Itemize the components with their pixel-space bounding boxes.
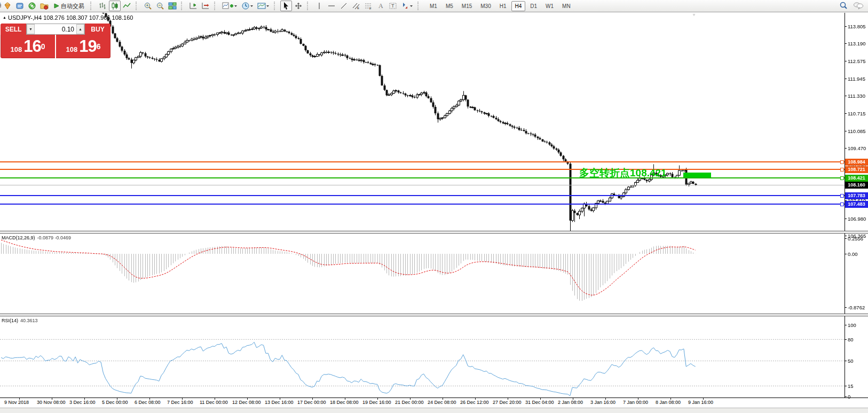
channel-icon[interactable]: E — [350, 1, 362, 11]
time-tick-label: 8 Jan 08:00 — [656, 400, 681, 405]
horizontal-line-icon[interactable] — [326, 1, 337, 11]
hline-end-marker — [840, 168, 844, 172]
fibonacci-icon[interactable]: F — [362, 1, 374, 11]
time-tick-label: 19 Dec 16:00 — [362, 400, 391, 405]
macd-pane-canvas[interactable] — [0, 233, 845, 314]
bars-chart-icon[interactable] — [97, 1, 108, 11]
trend-line-icon[interactable] — [338, 1, 350, 11]
time-tick-label: 7 Dec 16:00 — [167, 400, 193, 405]
volume-input[interactable]: 0.10 — [35, 24, 76, 34]
tf-button-h1[interactable]: H1 — [496, 1, 510, 11]
main-chart-canvas[interactable] — [0, 13, 845, 231]
price-tick — [845, 43, 847, 44]
zoom-out-icon[interactable] — [154, 1, 166, 11]
price-hline[interactable] — [0, 177, 845, 178]
price-tick-label: 113.805 — [848, 24, 866, 29]
price-tick — [845, 236, 847, 236]
price-hline[interactable] — [0, 195, 845, 196]
editor-icon[interactable] — [14, 1, 26, 11]
pane-splitter-macd[interactable] — [0, 231, 868, 233]
price-line-badge: 107.483 — [845, 201, 868, 208]
cursor-icon[interactable] — [280, 1, 292, 11]
rsi-axis-label: 15 — [848, 383, 854, 389]
signals-icon[interactable] — [26, 1, 38, 11]
price-tick-label: 111.330 — [848, 93, 865, 99]
hline-end-marker — [840, 160, 844, 164]
price-hline[interactable] — [0, 204, 845, 205]
macd-tick — [845, 254, 847, 254]
sell-button[interactable]: SELL — [1, 24, 26, 35]
volume-stepper: ▼ 0.10 ▲ — [26, 24, 85, 35]
arrows-icon[interactable] — [399, 1, 415, 11]
tf-button-w1[interactable]: W1 — [542, 1, 557, 11]
hline-end-marker — [840, 202, 844, 206]
chart-shift-icon[interactable] — [187, 1, 199, 11]
auto-scroll-icon[interactable] — [200, 1, 211, 11]
macd-values: -0.0879 -0.0469 — [37, 235, 72, 240]
rsi-axis-label: 100 — [848, 322, 856, 328]
price-line-badge: 107.783 — [845, 192, 868, 199]
autotrade-button[interactable]: 自动交易 — [51, 1, 88, 11]
tf-button-d1[interactable]: D1 — [526, 1, 541, 11]
tf-button-m30[interactable]: M30 — [477, 1, 494, 11]
search-icon[interactable] — [839, 1, 848, 10]
chat-icon[interactable] — [853, 1, 864, 10]
text-label-icon[interactable]: T — [387, 1, 399, 11]
macd-axis-label: 0.2556 — [848, 236, 863, 241]
price-tick — [845, 26, 847, 27]
time-tick-label: 11 Dec 00:00 — [200, 400, 228, 405]
vertical-line-icon[interactable] — [313, 1, 325, 11]
market-icon[interactable] — [38, 1, 50, 11]
line-chart-icon[interactable] — [121, 1, 133, 11]
buy-button[interactable]: BUY — [85, 24, 111, 35]
tile-windows-icon[interactable] — [167, 1, 178, 11]
pane-splitter-rsi[interactable] — [0, 314, 868, 316]
price-line-badge: 108.421 — [845, 175, 868, 182]
tf-button-m5[interactable]: M5 — [442, 1, 457, 11]
svg-text:A: A — [378, 2, 383, 10]
volume-increase-button[interactable]: ▲ — [76, 24, 84, 34]
templates-icon[interactable] — [256, 1, 271, 11]
candles-chart-icon[interactable] — [109, 1, 121, 11]
time-tick-label: 17 Dec 00:00 — [297, 400, 326, 405]
crosshair-icon[interactable] — [293, 1, 304, 11]
chevron-down-icon — [234, 2, 238, 10]
periods-icon[interactable] — [240, 1, 255, 11]
time-tick-label: 9 Nov 2018 — [4, 400, 29, 405]
rsi-tick — [845, 386, 847, 386]
price-tick — [845, 96, 847, 96]
price-tick-label: 111.945 — [848, 76, 865, 82]
price-tick-label: 112.575 — [848, 58, 866, 64]
toolbar-grip — [90, 2, 94, 10]
zoom-in-icon[interactable] — [142, 1, 154, 11]
macd-tick — [845, 238, 847, 239]
price-line-badge: 108.721 — [845, 166, 868, 173]
tf-button-mn[interactable]: MN — [558, 1, 574, 11]
right-shift-marker: ▿ — [693, 12, 695, 17]
tf-button-h4[interactable]: H4 — [511, 1, 526, 11]
current-price-line — [0, 185, 845, 185]
gem-icon[interactable] — [2, 1, 13, 11]
price-hline[interactable] — [0, 161, 845, 162]
rsi-axis-label: 0 — [848, 394, 850, 400]
annotation-bar[interactable] — [683, 173, 711, 177]
new-order-button[interactable]: 单 — [0, 2, 1, 11]
volume-decrease-button[interactable]: ▼ — [27, 24, 35, 34]
chevron-down-icon — [409, 2, 413, 10]
tf-button-m15[interactable]: M15 — [458, 1, 476, 11]
rsi-tick — [845, 325, 847, 325]
buy-price[interactable]: 108196 — [56, 35, 111, 58]
time-tick-label: 30 Nov 08:00 — [37, 400, 66, 405]
sell-price[interactable]: 108160 — [1, 35, 56, 58]
turning-point-annotation[interactable]: 多空转折点108.421 — [579, 166, 667, 180]
rsi-pane-canvas[interactable] — [0, 316, 845, 397]
time-tick-label: 31 Dec 04:00 — [525, 400, 554, 405]
macd-label: MACD(12,26,9)-0.0879 -0.0469 — [2, 235, 71, 240]
text-icon[interactable]: A — [375, 1, 386, 11]
price-hline[interactable] — [0, 169, 845, 170]
one-click-trading-panel: SELL ▼ 0.10 ▲ BUY 108160 108196 — [1, 24, 111, 58]
rsi-axis-label: 50 — [848, 358, 854, 364]
tf-button-m1[interactable]: M1 — [426, 1, 441, 11]
time-tick-label: 3 Dec 16:00 — [69, 400, 96, 405]
indicators-icon[interactable] — [220, 1, 239, 11]
